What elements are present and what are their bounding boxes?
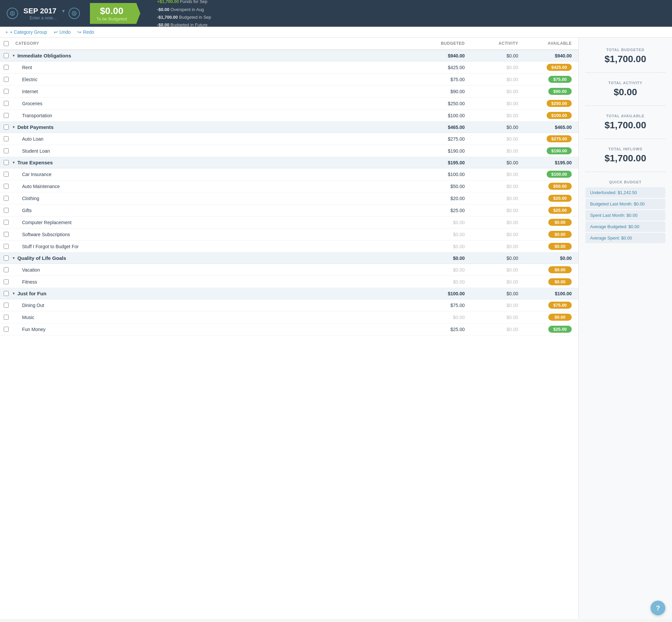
cat-checkbox-2-3[interactable] — [0, 208, 12, 213]
cat-name-2-6: Stuff I Forgot to Budget For — [12, 244, 418, 249]
add-category-group-button[interactable]: + + Category Group — [5, 29, 47, 35]
cat-row-2-2[interactable]: Clothing $20.00 $0.00 $20.00 — [0, 193, 578, 204]
cat-budgeted-4-2[interactable]: $25.00 — [418, 327, 471, 332]
group-checkbox-4[interactable] — [0, 291, 12, 296]
note-input[interactable]: Enter a note... — [21, 15, 66, 21]
collapse-icon-3[interactable]: ▼ — [12, 256, 15, 260]
cat-budgeted-2-3[interactable]: $25.00 — [418, 208, 471, 213]
cat-name-3-0: Vacation — [12, 267, 418, 273]
cat-checkbox-0-0[interactable] — [0, 65, 12, 70]
month-dropdown-arrow[interactable]: ▼ — [61, 8, 66, 14]
cat-row-2-3[interactable]: Gifts $25.00 $0.00 $25.00 — [0, 204, 578, 216]
cat-row-0-4[interactable]: Transportation $100.00 $0.00 $100.00 — [0, 110, 578, 122]
cat-budgeted-3-1[interactable]: $0.00 — [418, 279, 471, 285]
cat-budgeted-0-2[interactable]: $90.00 — [418, 89, 471, 94]
cat-budgeted-4-0[interactable]: $75.00 — [418, 303, 471, 308]
cat-row-4-1[interactable]: Music $0.00 $0.00 $0.00 — [0, 311, 578, 323]
collapse-icon-1[interactable]: ▼ — [12, 125, 15, 129]
available-badge: $75.00 — [548, 302, 572, 309]
cat-activity-2-2: $0.00 — [471, 196, 525, 201]
group-row-1[interactable]: ▼ Debt Payments $465.00 $0.00 $465.00 — [0, 122, 578, 133]
cat-budgeted-0-3[interactable]: $250.00 — [418, 101, 471, 106]
undo-button[interactable]: ↩ Undo — [54, 29, 70, 35]
cat-budgeted-2-1[interactable]: $50.00 — [418, 184, 471, 189]
cat-row-2-6[interactable]: Stuff I Forgot to Budget For $0.00 $0.00… — [0, 241, 578, 252]
cat-checkbox-1-0[interactable] — [0, 136, 12, 141]
cat-checkbox-3-0[interactable] — [0, 267, 12, 272]
cat-checkbox-0-1[interactable] — [0, 77, 12, 82]
right-sidebar: TOTAL BUDGETED $1,700.00 TOTAL ACTIVITY … — [578, 38, 672, 619]
cat-checkbox-2-1[interactable] — [0, 184, 12, 189]
cat-row-1-1[interactable]: Student Loan $190.00 $0.00 $190.00 — [0, 145, 578, 157]
cat-checkbox-4-2[interactable] — [0, 327, 12, 332]
select-all-input[interactable] — [4, 41, 9, 46]
quick-budget-item-0[interactable]: Underfunded: $1,242.50 — [585, 187, 665, 198]
quick-budget-item-3[interactable]: Average Budgeted: $0.00 — [585, 221, 665, 232]
cat-row-3-1[interactable]: Fitness $0.00 $0.00 $0.00 — [0, 276, 578, 288]
available-badge: $100.00 — [547, 112, 572, 119]
summary-line-3: -$1,700.00 Budgeted in Sep — [157, 15, 211, 20]
cat-budgeted-0-4[interactable]: $100.00 — [418, 113, 471, 118]
cat-row-1-0[interactable]: Auto Loan $275.00 $0.00 $275.00 — [0, 133, 578, 145]
cat-budgeted-2-6[interactable]: $0.00 — [418, 244, 471, 249]
select-all-checkbox[interactable] — [0, 41, 12, 46]
available-badge: $50.00 — [548, 183, 572, 190]
cat-row-4-0[interactable]: Dining Out $75.00 $0.00 $75.00 — [0, 299, 578, 311]
group-row-2[interactable]: ▼ True Expenses $195.00 $0.00 $195.00 — [0, 157, 578, 168]
collapse-icon-0[interactable]: ▼ — [12, 54, 15, 58]
group-checkbox-1[interactable] — [0, 125, 12, 130]
cat-row-2-5[interactable]: Software Subscriptions $0.00 $0.00 $0.00 — [0, 229, 578, 241]
cat-row-0-1[interactable]: Electric $75.00 $0.00 $75.00 — [0, 73, 578, 85]
quick-budget-item-4[interactable]: Average Spent: $0.00 — [585, 233, 665, 243]
cat-checkbox-4-0[interactable] — [0, 303, 12, 308]
group-row-0[interactable]: ▼ Immediate Obligations $940.00 $0.00 $9… — [0, 50, 578, 62]
collapse-icon-4[interactable]: ▼ — [12, 291, 15, 295]
group-row-4[interactable]: ▼ Just for Fun $100.00 $0.00 $100.00 — [0, 288, 578, 299]
quick-budget-item-1[interactable]: Budgeted Last Month: $0.00 — [585, 199, 665, 209]
cat-checkbox-0-2[interactable] — [0, 89, 12, 94]
cat-checkbox-0-3[interactable] — [0, 101, 12, 106]
group-checkbox-0[interactable] — [0, 53, 12, 58]
group-checkbox-3[interactable] — [0, 255, 12, 261]
prev-month-button[interactable] — [7, 8, 18, 19]
available-badge: $250.00 — [547, 100, 572, 107]
cat-budgeted-3-0[interactable]: $0.00 — [418, 267, 471, 273]
cat-checkbox-2-0[interactable] — [0, 172, 12, 177]
cat-row-2-1[interactable]: Auto Maintenance $50.00 $0.00 $50.00 — [0, 180, 578, 193]
cat-budgeted-2-4[interactable]: $0.00 — [418, 220, 471, 225]
cat-checkbox-3-1[interactable] — [0, 279, 12, 284]
cat-checkbox-0-4[interactable] — [0, 113, 12, 118]
cat-row-2-4[interactable]: Computer Replacement $0.00 $0.00 $0.00 — [0, 216, 578, 229]
group-checkbox-2[interactable] — [0, 160, 12, 165]
cat-budgeted-1-1[interactable]: $190.00 — [418, 148, 471, 154]
group-row-3[interactable]: ▼ Quality of Life Goals $0.00 $0.00 $0.0… — [0, 252, 578, 264]
cat-available-0-0: $425.00 — [525, 64, 578, 71]
cat-name-0-1: Electric — [12, 77, 418, 82]
cat-row-0-3[interactable]: Groceries $250.00 $0.00 $250.00 — [0, 98, 578, 110]
undo-icon: ↩ — [54, 29, 58, 35]
cat-budgeted-2-5[interactable]: $0.00 — [418, 232, 471, 237]
cat-checkbox-2-2[interactable] — [0, 196, 12, 201]
help-button[interactable]: ? — [650, 600, 665, 615]
cat-row-3-0[interactable]: Vacation $0.00 $0.00 $0.00 — [0, 264, 578, 276]
cat-checkbox-4-1[interactable] — [0, 315, 12, 320]
cat-budgeted-2-2[interactable]: $20.00 — [418, 196, 471, 201]
collapse-icon-2[interactable]: ▼ — [12, 161, 15, 164]
cat-row-2-0[interactable]: Car Insurance $100.00 $0.00 $100.00 — [0, 168, 578, 180]
cat-budgeted-0-0[interactable]: $425.00 — [418, 65, 471, 70]
cat-checkbox-2-6[interactable] — [0, 244, 12, 249]
cat-budgeted-0-1[interactable]: $75.00 — [418, 77, 471, 82]
cat-budgeted-1-0[interactable]: $275.00 — [418, 136, 471, 142]
quick-budget-item-2[interactable]: Spent Last Month: $0.00 — [585, 210, 665, 220]
cat-row-4-2[interactable]: Fun Money $25.00 $0.00 $25.00 — [0, 323, 578, 335]
cat-checkbox-2-5[interactable] — [0, 232, 12, 237]
to-budget-amount: $0.00 — [97, 6, 127, 16]
cat-checkbox-1-1[interactable] — [0, 148, 12, 153]
cat-budgeted-2-0[interactable]: $100.00 — [418, 172, 471, 177]
cat-row-0-2[interactable]: Internet $90.00 $0.00 $90.00 — [0, 85, 578, 98]
cat-checkbox-2-4[interactable] — [0, 220, 12, 225]
redo-button[interactable]: ↪ Redo — [77, 29, 94, 35]
cat-budgeted-4-1[interactable]: $0.00 — [418, 315, 471, 320]
next-month-button[interactable] — [68, 8, 80, 19]
cat-row-0-0[interactable]: Rent $425.00 $0.00 $425.00 — [0, 62, 578, 73]
